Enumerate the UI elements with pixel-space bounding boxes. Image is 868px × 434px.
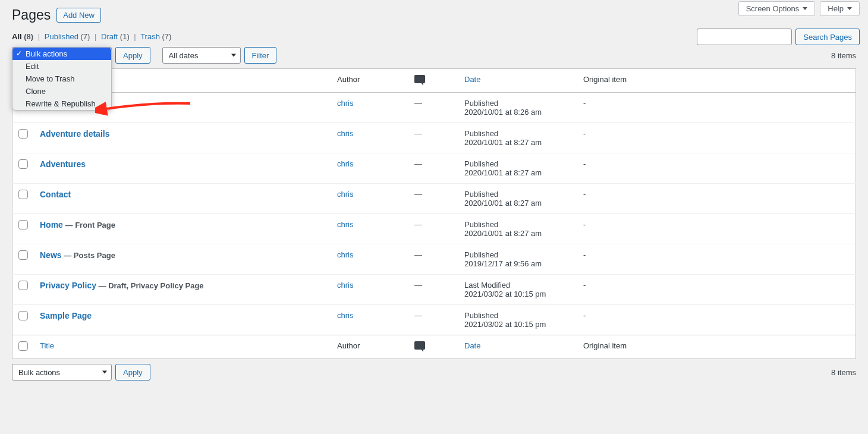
item-count-bottom: 8 items [831, 368, 856, 377]
filter-trash[interactable]: Trash (7) [140, 32, 171, 41]
page-title-link[interactable]: Contact [40, 190, 71, 199]
filter-published[interactable]: Published (7) [45, 32, 90, 41]
author-link[interactable]: chris [337, 311, 353, 320]
date-value: 2021/03/02 at 10:15 pm [464, 290, 571, 298]
table-row: Adventureschris—Published2020/10/01 at 8… [12, 153, 856, 184]
row-checkbox[interactable] [18, 281, 28, 290]
page-state: — Front Page [63, 221, 115, 229]
comments-count: — [414, 250, 422, 259]
chevron-down-icon [803, 7, 807, 10]
filter-draft[interactable]: Draft (1) [101, 32, 130, 41]
row-checkbox[interactable] [18, 190, 28, 199]
date-status: Published [464, 190, 571, 199]
page-title-link[interactable]: Sample Page [40, 311, 92, 320]
date-status: Published [464, 220, 571, 229]
original-item: - [583, 311, 586, 320]
add-new-button[interactable]: Add New [56, 8, 101, 23]
date-status: Last Modified [464, 281, 571, 290]
screen-options-label: Screen Options [746, 4, 800, 13]
search-pages-button[interactable]: Search Pages [795, 29, 860, 45]
author-link[interactable]: chris [337, 99, 353, 108]
col-original-foot: Original item [577, 335, 856, 359]
search-input[interactable] [697, 29, 792, 45]
bulk-option-trash[interactable]: Move to Trash [12, 73, 111, 85]
original-item: - [583, 129, 586, 138]
date-value: 2020/10/01 at 8:26 am [464, 108, 571, 117]
page-title-link[interactable]: News [40, 250, 62, 260]
select-all-checkbox-bottom[interactable] [18, 341, 28, 351]
date-value: 2021/03/02 at 10:15 pm [464, 320, 571, 329]
page-heading: Pages [12, 7, 51, 23]
date-status: Published [464, 311, 571, 320]
original-item: - [583, 99, 586, 108]
col-date[interactable]: Date [464, 75, 480, 84]
help-label: Help [828, 4, 844, 13]
bulk-option-bulk-actions[interactable]: Bulk actions [12, 48, 111, 60]
date-status: Published [464, 159, 571, 168]
item-count-top: 8 items [831, 51, 856, 60]
bulk-option-edit[interactable]: Edit [12, 60, 111, 73]
author-link[interactable]: chris [337, 220, 353, 229]
table-row: Contactchris—Published2020/10/01 at 8:27… [12, 184, 856, 214]
comments-count: — [414, 159, 422, 168]
table-row: Privacy Policy — Draft, Privacy Policy P… [12, 275, 856, 305]
page-state: — Draft, Privacy Policy Page [96, 281, 204, 290]
filter-all[interactable]: All (8) [12, 32, 33, 41]
original-item: - [583, 281, 586, 290]
row-checkbox[interactable] [18, 311, 28, 320]
table-row: Home — Front Pagechris—Published2020/10/… [12, 214, 856, 244]
comments-count: — [414, 220, 422, 229]
pages-table: Title Author Date Original item chris—Pu… [12, 68, 856, 359]
author-link[interactable]: chris [337, 190, 353, 199]
comments-count: — [414, 99, 422, 108]
chevron-down-icon [847, 7, 852, 10]
page-title-link[interactable]: Home [40, 220, 63, 229]
row-checkbox[interactable] [18, 159, 28, 169]
date-status: Published [464, 250, 571, 259]
date-status: Published [464, 99, 571, 108]
col-author-foot: Author [331, 335, 408, 359]
apply-bulk-button-bottom[interactable]: Apply [115, 364, 150, 380]
comments-count: — [414, 190, 422, 199]
page-title-link[interactable]: Adventure details [40, 129, 109, 139]
comments-count: — [414, 129, 422, 138]
row-checkbox[interactable] [18, 250, 28, 260]
bulk-actions-dropdown: Bulk actions Edit Move to Trash Clone Re… [12, 47, 112, 111]
row-checkbox[interactable] [18, 220, 28, 229]
date-status: Published [464, 129, 571, 138]
filter-button[interactable]: Filter [244, 47, 277, 64]
col-author: Author [331, 69, 408, 93]
row-checkbox[interactable] [18, 129, 28, 139]
help-button[interactable]: Help [820, 1, 860, 16]
bulk-option-rewrite[interactable]: Rewrite & Republish [12, 98, 111, 110]
col-title-foot[interactable]: Title [40, 341, 54, 350]
date-value: 2019/12/17 at 9:56 am [464, 259, 571, 268]
table-row: chris—Published2020/10/01 at 8:26 am- [12, 93, 856, 123]
page-title-link[interactable]: Adventures [40, 159, 86, 169]
screen-options-button[interactable]: Screen Options [738, 1, 816, 16]
date-value: 2020/10/01 at 8:27 am [464, 138, 571, 147]
date-value: 2020/10/01 at 8:27 am [464, 168, 571, 177]
original-item: - [583, 220, 586, 229]
col-date-foot[interactable]: Date [464, 341, 480, 350]
page-state: — Posts Page [62, 251, 115, 260]
comments-icon[interactable] [414, 75, 425, 83]
date-filter-select[interactable]: All dates [162, 47, 241, 64]
page-title-link[interactable]: Privacy Policy [40, 281, 96, 290]
bulk-option-clone[interactable]: Clone [12, 85, 111, 98]
date-value: 2020/10/01 at 8:27 am [464, 229, 571, 238]
author-link[interactable]: chris [337, 281, 353, 290]
table-row: Sample Pagechris—Published2021/03/02 at … [12, 305, 856, 335]
original-item: - [583, 250, 586, 259]
original-item: - [583, 159, 586, 168]
author-link[interactable]: chris [337, 250, 353, 259]
table-row: Adventure detailschris—Published2020/10/… [12, 123, 856, 153]
author-link[interactable]: chris [337, 159, 353, 168]
table-row: News — Posts Pagechris—Published2019/12/… [12, 244, 856, 275]
comments-count: — [414, 311, 422, 320]
comments-count: — [414, 281, 422, 290]
apply-bulk-button[interactable]: Apply [115, 47, 150, 64]
author-link[interactable]: chris [337, 129, 353, 138]
bulk-actions-select-bottom[interactable]: Bulk actions [12, 364, 112, 380]
comments-icon[interactable] [414, 341, 425, 350]
